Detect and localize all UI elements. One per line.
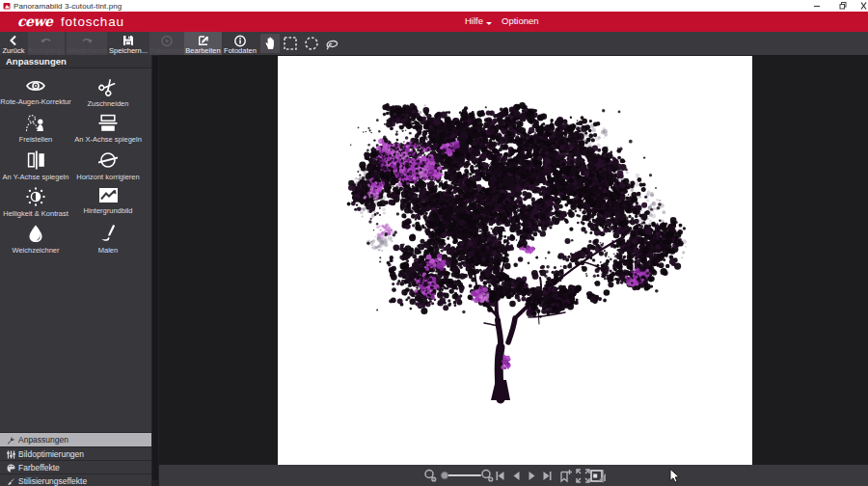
sidebar-scrollbar[interactable] xyxy=(151,55,159,486)
category-adjustments[interactable]: Anpassungen xyxy=(0,432,151,446)
status-bar xyxy=(159,465,868,486)
edit-button[interactable]: Bearbeiten xyxy=(184,32,222,55)
minimize-button[interactable] xyxy=(807,0,827,12)
zoom-slider-knob[interactable] xyxy=(441,472,448,479)
next-image-icon[interactable] xyxy=(527,471,537,481)
app-logo-icon xyxy=(3,2,11,10)
scissors-icon xyxy=(98,77,118,96)
paint-pen-icon xyxy=(98,224,118,243)
application-window: Panoramabild 3-cutout-tint.png cewe foto… xyxy=(0,0,868,486)
color-palette-icon xyxy=(7,464,15,472)
zoom-out-icon[interactable] xyxy=(423,469,438,483)
photo-data-button[interactable]: Fotodaten xyxy=(222,32,258,55)
tool-crop[interactable]: Zuschneiden xyxy=(72,77,144,108)
marquee-rect-icon[interactable] xyxy=(283,36,298,51)
chevron-down-icon[interactable] xyxy=(485,21,493,26)
category-image-optimizations[interactable]: Bildoptimierungen xyxy=(0,446,151,460)
tool-blur[interactable]: Weichzeichner xyxy=(0,224,71,255)
zoom-slider-track[interactable] xyxy=(444,474,481,476)
wrench-icon xyxy=(7,436,15,445)
tool-red-eye-correction[interactable]: Rote-Augen-Korrektur xyxy=(0,77,71,106)
edit-pencil-icon xyxy=(198,35,209,46)
photo-canvas[interactable] xyxy=(159,55,868,465)
tool-paint[interactable]: Malen xyxy=(72,224,144,255)
brand-bar: cewe fotoschau Hilfe Optionen xyxy=(0,12,868,32)
flip-vertical-axis-icon xyxy=(27,150,45,170)
background-image-icon xyxy=(98,187,119,203)
original-size-icon[interactable] xyxy=(559,469,573,483)
close-button[interactable] xyxy=(854,0,868,12)
brightness-contrast-icon xyxy=(26,187,45,206)
tool-background-image[interactable]: Hintergrundbild xyxy=(72,187,144,215)
last-image-icon[interactable] xyxy=(542,471,553,481)
undo-icon xyxy=(40,35,53,46)
restore-button[interactable] xyxy=(833,0,853,12)
blur-drop-icon xyxy=(27,224,44,243)
hand-tool-button[interactable] xyxy=(260,34,280,53)
previous-image-icon[interactable] xyxy=(511,471,522,481)
toolbar: Zurück Rückgängig Wiederherstellen xyxy=(0,32,868,55)
category-list: Anpassungen Bildoptimierungen xyxy=(0,432,151,486)
zoom-in-icon[interactable] xyxy=(480,469,495,483)
sidebar: Anpassungen Rote-Augen-Korrektur Zuschne… xyxy=(0,55,159,486)
eye-icon xyxy=(25,77,46,94)
lasso-icon[interactable] xyxy=(324,36,339,51)
category-color-effects[interactable]: Farbeffekte xyxy=(0,460,151,473)
sliders-icon xyxy=(7,450,15,459)
menu-options[interactable]: Optionen xyxy=(502,15,539,26)
marquee-ellipse-icon[interactable] xyxy=(304,36,319,51)
tree-image xyxy=(278,56,752,465)
back-chevron-icon xyxy=(8,35,19,46)
window-title: Panoramabild 3-cutout-tint.png xyxy=(14,0,122,12)
save-floppy-icon xyxy=(122,35,134,46)
restore-icon xyxy=(839,0,848,12)
present-button[interactable]: Präsentieren xyxy=(149,32,184,55)
mouse-cursor xyxy=(669,469,681,484)
brand-logo-word: fotoschau xyxy=(61,14,124,29)
minimize-icon xyxy=(813,0,821,12)
cutout-person-icon xyxy=(25,114,46,132)
undo-button[interactable]: Rückgängig xyxy=(28,32,65,55)
tool-cutout[interactable]: Freistellen xyxy=(0,114,71,144)
tool-flip-y-axis[interactable]: An Y-Achse spiegeln xyxy=(0,150,71,181)
tool-straighten-horizon[interactable]: Horizont korrigieren xyxy=(72,150,144,181)
flip-horizontal-axis-icon xyxy=(98,114,118,132)
tool-brightness-contrast[interactable]: Helligkeit & Kontrast xyxy=(0,187,71,218)
back-button[interactable]: Zurück xyxy=(0,32,27,55)
title-bar: Panoramabild 3-cutout-tint.png xyxy=(0,0,868,12)
style-brush-icon xyxy=(7,477,15,486)
redo-icon xyxy=(80,35,94,46)
brand-logo-script: cewe xyxy=(17,14,52,29)
horizon-icon xyxy=(98,150,118,170)
tree-foliage xyxy=(347,102,687,369)
sidebar-scrollbar-thumb[interactable] xyxy=(152,56,158,480)
redo-button[interactable]: Wiederherstellen xyxy=(67,32,107,55)
photo-image[interactable] xyxy=(278,56,752,465)
hand-icon xyxy=(264,37,276,50)
tool-flip-x-axis[interactable]: An X-Achse spiegeln xyxy=(72,114,144,144)
fullscreen-icon[interactable] xyxy=(576,469,590,483)
menu-help[interactable]: Hilfe xyxy=(465,15,483,26)
first-image-icon[interactable] xyxy=(495,471,505,481)
category-stylization-effects[interactable]: Stilisierungseffekte xyxy=(0,473,151,486)
save-button[interactable]: Speichern... xyxy=(107,32,149,55)
sidebar-header: Anpassungen xyxy=(0,55,159,68)
close-icon xyxy=(859,0,868,12)
fit-image-icon[interactable] xyxy=(590,469,607,483)
stage xyxy=(159,55,868,486)
